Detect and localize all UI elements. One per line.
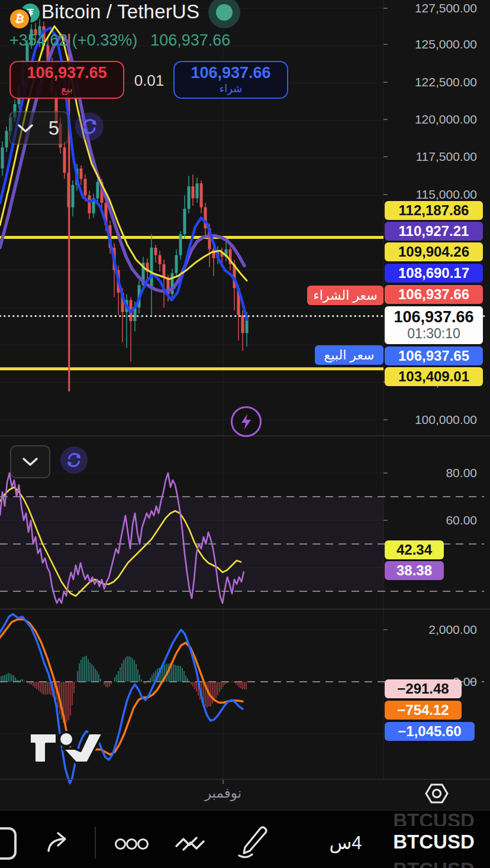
countdown-price: 106,937.66 xyxy=(385,309,483,326)
last-price: 106,937.66 xyxy=(150,31,230,49)
price-label-badge: 110,927.21 xyxy=(385,222,483,241)
settings-hexagon-icon[interactable] xyxy=(424,780,450,807)
price-label-badge: 38.38 xyxy=(385,561,444,580)
price-label-badge: 108,690.17 xyxy=(385,264,483,283)
interval-label: 5 xyxy=(49,117,59,140)
axis-tick-label: 122,500.00 xyxy=(382,75,477,89)
chevron-down-icon xyxy=(17,123,34,134)
sell-price-tag: سعر البيع xyxy=(315,345,383,365)
fullscreen-icon[interactable] xyxy=(0,827,17,860)
price-change-row: +354.62 (+0.33%)106,937.66 xyxy=(9,31,243,50)
axis-tick-label: 2,000.00 xyxy=(382,623,477,637)
price-label-badge: 109,904.26 xyxy=(385,242,483,261)
buy-price-tag: سعر الشراء xyxy=(307,286,383,305)
axis-tick-label: 120,000.00 xyxy=(382,112,477,127)
main-legend-toggle[interactable]: 5 xyxy=(9,111,69,145)
change-value: +354.62 (+0.33%) xyxy=(9,31,137,49)
draw-pen-icon[interactable] xyxy=(234,824,269,859)
price-label-badge: −1,045.60 xyxy=(385,722,475,741)
last-price-countdown-label: 106,937.66 01:30:10 xyxy=(385,306,483,344)
sell-button[interactable]: 106,937.65 بيع xyxy=(9,61,124,99)
price-label-badge: 42.34 xyxy=(385,540,444,559)
lightning-icon[interactable] xyxy=(231,406,262,437)
price-label-badge: 106,937.65 xyxy=(385,346,483,365)
axis-tick-label: 125,000.00 xyxy=(382,37,477,51)
rsi-legend-toggle[interactable] xyxy=(10,445,50,478)
axis-tick-label: 127,500.00 xyxy=(382,1,477,15)
buy-label: شراء xyxy=(220,82,242,96)
axis-tick-label: 115,000.00 xyxy=(382,187,477,202)
market-status-icon xyxy=(208,0,240,28)
countdown-timer: 01:30:10 xyxy=(385,326,483,341)
sell-label: بيع xyxy=(61,82,73,96)
share-arrow-icon[interactable] xyxy=(44,827,75,856)
chevron-down-icon xyxy=(22,456,38,467)
buy-price: 106,937.66 xyxy=(191,64,270,82)
symbol-picker-current[interactable]: BTCUSD xyxy=(383,831,484,853)
divider xyxy=(0,779,490,780)
symbol-picker-next[interactable]: BTCUSD xyxy=(383,859,484,868)
symbol-picker-prev[interactable]: BTCUSD xyxy=(383,809,484,826)
price-label-badge: −754.12 xyxy=(385,701,462,720)
bottom-toolbar: 4س BTCUSD BTCUSD BTCUSD xyxy=(0,811,490,868)
axis-tick-label: 80.00 xyxy=(382,466,477,480)
refresh-icon[interactable] xyxy=(75,112,104,141)
axis-tick-label: 60.00 xyxy=(382,513,477,527)
buy-button[interactable]: 106,937.66 شراء xyxy=(173,61,288,99)
symbol-title[interactable]: Bitcoin / TetherUS xyxy=(41,1,199,23)
timeframe-picker[interactable]: 4س xyxy=(317,832,374,854)
refresh-icon[interactable] xyxy=(60,446,88,474)
spread-value: 0.01 xyxy=(124,72,174,90)
price-label-badge: 112,187.86 xyxy=(385,201,483,220)
axis-tick-label: 117,500.00 xyxy=(382,150,477,164)
tradingview-logo xyxy=(26,725,121,771)
sell-price: 106,937.65 xyxy=(27,64,107,82)
time-axis-month[interactable]: نوفمبر xyxy=(188,785,259,801)
price-label-badge: 103,409.01 xyxy=(385,367,483,386)
price-label-badge: 106,937.66 xyxy=(385,285,483,304)
indicators-icon[interactable] xyxy=(174,826,207,857)
trading-app-screen: ₮ ₿ Bitcoin / TetherUS +354.62 (+0.33%)1… xyxy=(0,0,490,868)
price-label-badge: −291.48 xyxy=(385,679,462,698)
toolbar-divider xyxy=(95,827,96,859)
axis-tick-label: 100,000.00 xyxy=(382,413,477,427)
